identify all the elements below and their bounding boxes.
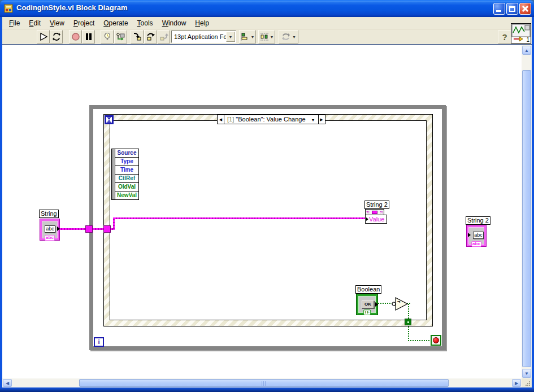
menu-tools[interactable]: Tools [133, 18, 158, 28]
menu-window[interactable]: Window [158, 18, 191, 28]
string-wire-segment[interactable] [114, 217, 365, 219]
menu-operate[interactable]: Operate [99, 18, 132, 28]
loop-condition-terminal[interactable] [431, 335, 441, 346]
reorder-dropdown-icon: ▼ [292, 35, 296, 39]
vertical-scroll-thumb[interactable] [522, 70, 531, 367]
window-title: CodingInStyle.vi Block Diagram [16, 3, 128, 12]
string-control-abc: abc [45, 225, 55, 233]
string-indicator-terminal[interactable]: abc abc [467, 225, 486, 246]
pause-button[interactable] [82, 30, 95, 43]
distribute-objects-button[interactable]: ▼ [258, 30, 275, 43]
scrollbar-corner [522, 378, 532, 387]
string-control-terminal[interactable]: abc abc [40, 219, 59, 240]
event-data-item-type[interactable]: Type [115, 157, 139, 166]
scroll-down-icon[interactable]: ▼ [522, 369, 531, 378]
step-over-icon [146, 32, 155, 41]
probe-icon [116, 32, 125, 41]
font-selector-dropdown-icon[interactable]: ▼ [226, 32, 235, 42]
thumb-grip [262, 381, 266, 386]
reorder-objects-button[interactable]: ▼ [279, 30, 298, 43]
run-button[interactable] [37, 30, 50, 43]
align-objects-icon [241, 32, 250, 41]
event-case-label: [1] "Boolean": Value Change ▼ [224, 115, 318, 124]
step-over-button[interactable] [144, 30, 157, 43]
distribute-dropdown-icon: ▼ [270, 35, 274, 39]
step-into-button[interactable] [131, 30, 144, 43]
run-continuously-button[interactable] [50, 30, 63, 43]
context-help-button[interactable]: ? [498, 31, 511, 43]
not-glyph: ¬ [397, 299, 400, 304]
property-node-class-chip [372, 211, 377, 214]
resize-grip[interactable] [525, 381, 531, 386]
string-indicator-label[interactable]: String 2 [466, 216, 490, 225]
string-control-label[interactable]: String [39, 210, 59, 218]
step-into-icon [132, 32, 142, 41]
iteration-terminal[interactable]: i [94, 337, 104, 347]
title-bar[interactable]: CodingInStyle.vi Block Diagram [0, 0, 534, 17]
abort-icon [71, 32, 80, 41]
menu-edit[interactable]: Edit [24, 18, 45, 28]
property-node-glyph-left: ?! [366, 211, 370, 214]
string-type-abbrev: abc [471, 241, 481, 247]
close-button[interactable] [519, 3, 531, 15]
event-data-item-newval[interactable]: NewVal [115, 191, 139, 200]
case-dropdown-icon[interactable]: ▼ [311, 118, 315, 122]
property-node-value-row[interactable]: Value [365, 215, 387, 224]
boolean-ok-button: OK [362, 300, 374, 308]
step-out-icon [159, 32, 168, 41]
string-tunnel-event-structure[interactable] [103, 225, 111, 233]
boolean-wire-segment[interactable] [408, 340, 432, 341]
menu-bar: File Edit View Project Operate Tools Win… [2, 17, 532, 29]
string-indicator-abc: abc [473, 232, 484, 239]
event-case-selector[interactable]: ◀ [1] "Boolean": Value Change ▼ ▶ [217, 115, 325, 124]
property-name: Value [369, 216, 384, 223]
abort-button[interactable] [69, 30, 82, 43]
minimize-icon [496, 10, 501, 12]
stop-if-true-icon [433, 337, 439, 343]
vi-icon-number: 1 [526, 37, 529, 43]
property-node-glyph-right: ?! [380, 211, 383, 214]
pause-icon [84, 32, 93, 41]
horizontal-scrollbar[interactable]: ◀ ▶ [2, 378, 522, 387]
property-node-label[interactable]: String 2 [364, 201, 389, 209]
scroll-right-icon[interactable]: ▶ [512, 379, 521, 387]
labview-app-icon [4, 4, 13, 13]
minimize-button[interactable] [493, 3, 505, 15]
string-wire-segment[interactable] [113, 217, 115, 230]
labview-block-diagram-window: CodingInStyle.vi Block Diagram File Edit… [0, 0, 534, 392]
retain-wire-values-button[interactable] [114, 30, 127, 43]
align-objects-button[interactable]: ▼ [239, 30, 256, 43]
event-timeout-terminal[interactable] [105, 115, 114, 124]
distribute-objects-icon [260, 32, 269, 41]
vi-icon[interactable]: 1 [511, 23, 531, 43]
event-data-item-ctlref[interactable]: CtlRef [115, 174, 139, 183]
menu-view[interactable]: View [45, 18, 69, 28]
boolean-tunnel-event-structure[interactable] [405, 319, 411, 325]
next-case-icon[interactable]: ▶ [318, 115, 325, 124]
lightbulb-icon [103, 32, 112, 41]
step-out-button[interactable] [158, 30, 170, 43]
event-data-item-oldval[interactable]: OldVal [115, 182, 139, 191]
horizontal-scroll-thumb[interactable] [79, 379, 449, 387]
vertical-scrollbar[interactable]: ▲ ▼ [522, 45, 532, 378]
event-data-item-source[interactable]: Source [115, 149, 139, 158]
run-arrow-icon [39, 32, 48, 41]
boolean-control-label[interactable]: Boolean [355, 285, 381, 294]
previous-case-icon[interactable]: ◀ [218, 115, 224, 124]
scroll-left-icon[interactable]: ◀ [3, 379, 12, 387]
input-arrow-icon [468, 233, 471, 237]
window-left-border [0, 17, 2, 387]
menu-file[interactable]: File [5, 18, 24, 28]
hourglass-icon [106, 117, 112, 123]
font-selector[interactable]: 13pt Application Font ▼ [171, 31, 236, 43]
maximize-icon [509, 6, 515, 12]
event-case-index: [1] [227, 116, 234, 123]
maximize-button[interactable] [506, 3, 518, 15]
event-data-item-time[interactable]: Time [115, 165, 139, 175]
boolean-control-terminal[interactable]: OK TF [357, 294, 377, 315]
scroll-up-icon[interactable]: ▲ [522, 46, 531, 55]
string-tunnel-while-loop[interactable] [85, 225, 93, 233]
highlight-execution-button[interactable] [101, 30, 114, 43]
menu-project[interactable]: Project [69, 18, 99, 28]
menu-help[interactable]: Help [190, 18, 214, 28]
